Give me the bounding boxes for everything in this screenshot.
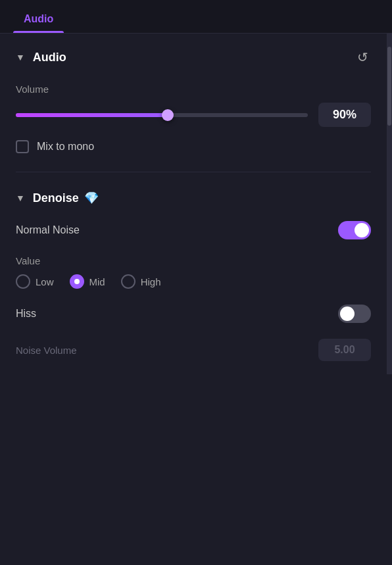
normal-noise-label: Normal Noise xyxy=(16,224,80,236)
denoise-title-text: Denoise xyxy=(33,191,79,205)
volume-value-badge: 90% xyxy=(318,103,371,127)
normal-noise-toggle-thumb xyxy=(355,223,369,237)
noise-volume-row: Noise Volume 5.00 xyxy=(16,339,371,361)
value-radio-section: Value Low Mid High xyxy=(16,255,371,289)
main-content: ▼ Audio ↺ Volume xyxy=(0,34,387,374)
noise-volume-label: Noise Volume xyxy=(16,345,77,356)
volume-slider-track xyxy=(16,113,308,117)
denoise-section-header: ▼ Denoise 💎 xyxy=(16,191,371,205)
normal-noise-toggle[interactable] xyxy=(338,221,371,239)
radio-high[interactable]: High xyxy=(121,274,161,289)
audio-section-title: ▼ Audio xyxy=(16,51,66,64)
normal-noise-row: Normal Noise xyxy=(16,221,371,239)
value-label: Value xyxy=(16,255,371,266)
audio-collapse-arrow[interactable]: ▼ xyxy=(16,52,25,62)
radio-mid-button[interactable] xyxy=(70,274,84,289)
hiss-row: Hiss xyxy=(16,305,371,323)
radio-high-button[interactable] xyxy=(121,274,135,289)
audio-reset-button[interactable]: ↺ xyxy=(355,47,371,68)
scrollbar-thumb[interactable] xyxy=(387,47,391,126)
hiss-toggle[interactable] xyxy=(338,305,371,323)
radio-high-label: High xyxy=(141,276,161,287)
radio-group: Low Mid High xyxy=(16,274,371,289)
volume-row: 90% xyxy=(16,103,371,127)
noise-volume-value: 5.00 xyxy=(318,339,371,361)
denoise-collapse-arrow[interactable]: ▼ xyxy=(16,193,25,203)
radio-low-label: Low xyxy=(36,276,54,287)
volume-slider[interactable] xyxy=(16,113,308,117)
radio-mid-label: Mid xyxy=(89,276,105,287)
mix-to-mono-row: Mix to mono xyxy=(16,140,371,153)
hiss-label: Hiss xyxy=(16,308,36,320)
section-divider xyxy=(16,172,371,172)
scrollbar[interactable] xyxy=(387,34,392,374)
radio-low[interactable]: Low xyxy=(16,274,54,289)
hiss-toggle-thumb xyxy=(340,307,355,321)
volume-label: Volume xyxy=(16,84,49,95)
volume-control: Volume 90% xyxy=(16,84,371,127)
audio-section-header: ▼ Audio ↺ xyxy=(16,47,371,68)
denoise-section-title: ▼ Denoise 💎 xyxy=(16,191,99,205)
mix-to-mono-label: Mix to mono xyxy=(37,141,94,153)
app-container: Audio ▼ Audio ↺ Volume xyxy=(0,0,392,565)
denoise-section: ▼ Denoise 💎 Normal Noise Value xyxy=(0,178,387,374)
content-wrapper: ▼ Audio ↺ Volume xyxy=(0,34,392,374)
radio-mid[interactable]: Mid xyxy=(70,274,105,289)
volume-slider-thumb[interactable] xyxy=(162,109,174,121)
audio-section: ▼ Audio ↺ Volume xyxy=(0,34,387,166)
audio-title-text: Audio xyxy=(33,51,66,64)
tab-bar: Audio xyxy=(0,0,392,34)
mix-to-mono-checkbox[interactable] xyxy=(16,140,29,153)
denoise-badge: 💎 xyxy=(84,191,99,205)
radio-low-button[interactable] xyxy=(16,274,30,289)
volume-label-row: Volume xyxy=(16,84,371,95)
tab-audio[interactable]: Audio xyxy=(13,8,64,33)
volume-slider-fill xyxy=(16,113,168,117)
